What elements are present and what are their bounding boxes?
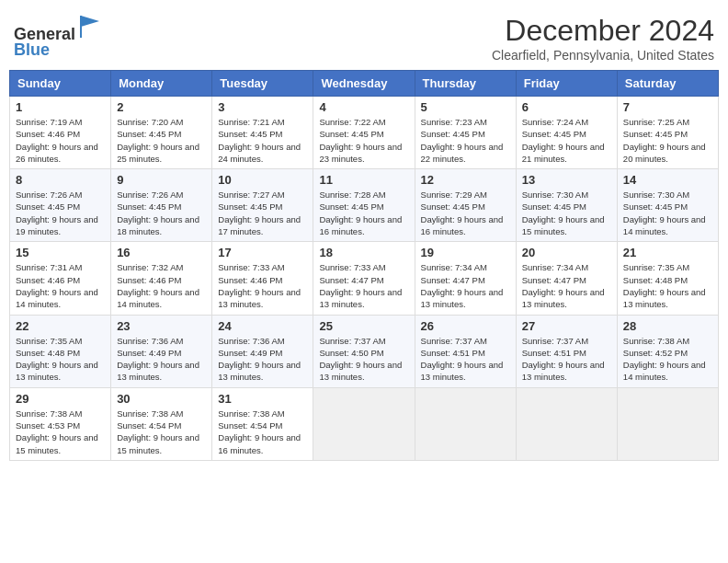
col-header-saturday: Saturday: [617, 71, 718, 97]
calendar-cell: 21Sunrise: 7:35 AMSunset: 4:48 PMDayligh…: [617, 242, 718, 315]
calendar-cell: 12Sunrise: 7:29 AMSunset: 4:45 PMDayligh…: [415, 169, 516, 242]
day-info: Sunrise: 7:37 AMSunset: 4:51 PMDaylight:…: [522, 335, 611, 384]
calendar-cell: 31Sunrise: 7:38 AMSunset: 4:54 PMDayligh…: [212, 387, 313, 460]
calendar-cell: [516, 387, 617, 460]
day-info: Sunrise: 7:35 AMSunset: 4:48 PMDaylight:…: [16, 335, 105, 384]
calendar-cell: 11Sunrise: 7:28 AMSunset: 4:45 PMDayligh…: [313, 169, 415, 242]
col-header-wednesday: Wednesday: [313, 71, 415, 97]
calendar-cell: 24Sunrise: 7:36 AMSunset: 4:49 PMDayligh…: [212, 315, 313, 387]
day-number: 2: [117, 100, 206, 114]
day-info: Sunrise: 7:22 AMSunset: 4:45 PMDaylight:…: [319, 116, 408, 165]
calendar-cell: 10Sunrise: 7:27 AMSunset: 4:45 PMDayligh…: [212, 169, 313, 242]
calendar-header-row: SundayMondayTuesdayWednesdayThursdayFrid…: [10, 71, 719, 97]
day-info: Sunrise: 7:26 AMSunset: 4:45 PMDaylight:…: [16, 189, 105, 237]
day-info: Sunrise: 7:34 AMSunset: 4:47 PMDaylight:…: [522, 261, 611, 310]
calendar-cell: 3Sunrise: 7:21 AMSunset: 4:45 PMDaylight…: [212, 97, 313, 169]
day-info: Sunrise: 7:37 AMSunset: 4:50 PMDaylight:…: [319, 335, 408, 384]
day-info: Sunrise: 7:24 AMSunset: 4:45 PMDaylight:…: [522, 116, 611, 165]
calendar-cell: [313, 387, 415, 460]
day-info: Sunrise: 7:27 AMSunset: 4:45 PMDaylight:…: [218, 189, 307, 237]
day-number: 3: [218, 100, 307, 114]
day-info: Sunrise: 7:28 AMSunset: 4:45 PMDaylight:…: [319, 189, 408, 237]
day-number: 31: [218, 392, 307, 406]
calendar-cell: 19Sunrise: 7:34 AMSunset: 4:47 PMDayligh…: [415, 242, 516, 315]
day-number: 28: [623, 319, 712, 333]
day-number: 26: [421, 319, 510, 333]
day-info: Sunrise: 7:38 AMSunset: 4:54 PMDaylight:…: [117, 408, 206, 456]
calendar-cell: 7Sunrise: 7:25 AMSunset: 4:45 PMDaylight…: [617, 97, 718, 169]
day-number: 1: [16, 100, 105, 114]
day-number: 24: [218, 319, 307, 333]
calendar-week-row: 1Sunrise: 7:19 AMSunset: 4:46 PMDaylight…: [10, 97, 719, 169]
day-info: Sunrise: 7:33 AMSunset: 4:47 PMDaylight:…: [319, 261, 408, 310]
calendar-week-row: 29Sunrise: 7:38 AMSunset: 4:53 PMDayligh…: [10, 387, 719, 460]
calendar-cell: 14Sunrise: 7:30 AMSunset: 4:45 PMDayligh…: [617, 169, 718, 242]
day-number: 30: [117, 392, 206, 406]
day-info: Sunrise: 7:31 AMSunset: 4:46 PMDaylight:…: [16, 261, 105, 310]
calendar-week-row: 22Sunrise: 7:35 AMSunset: 4:48 PMDayligh…: [10, 315, 719, 387]
month-title: December 2024: [492, 14, 714, 48]
calendar-cell: 13Sunrise: 7:30 AMSunset: 4:45 PMDayligh…: [516, 169, 617, 242]
day-number: 19: [421, 246, 510, 259]
day-info: Sunrise: 7:36 AMSunset: 4:49 PMDaylight:…: [117, 335, 206, 384]
day-number: 9: [117, 173, 206, 187]
calendar-cell: 17Sunrise: 7:33 AMSunset: 4:46 PMDayligh…: [212, 242, 313, 315]
calendar-cell: 2Sunrise: 7:20 AMSunset: 4:45 PMDaylight…: [111, 97, 212, 169]
calendar-cell: 9Sunrise: 7:26 AMSunset: 4:45 PMDaylight…: [111, 169, 212, 242]
calendar-week-row: 15Sunrise: 7:31 AMSunset: 4:46 PMDayligh…: [10, 242, 719, 315]
calendar-cell: [617, 387, 718, 460]
day-info: Sunrise: 7:23 AMSunset: 4:45 PMDaylight:…: [421, 116, 510, 165]
calendar-cell: 15Sunrise: 7:31 AMSunset: 4:46 PMDayligh…: [10, 242, 111, 315]
calendar-cell: [415, 387, 516, 460]
col-header-friday: Friday: [516, 71, 617, 97]
calendar-cell: 16Sunrise: 7:32 AMSunset: 4:46 PMDayligh…: [111, 242, 212, 315]
calendar-cell: 30Sunrise: 7:38 AMSunset: 4:54 PMDayligh…: [111, 387, 212, 460]
day-number: 15: [16, 246, 105, 259]
calendar-table: SundayMondayTuesdayWednesdayThursdayFrid…: [9, 70, 719, 461]
day-number: 10: [218, 173, 307, 187]
day-number: 18: [319, 246, 408, 259]
calendar-cell: 25Sunrise: 7:37 AMSunset: 4:50 PMDayligh…: [313, 315, 415, 387]
day-number: 14: [623, 173, 712, 187]
calendar-cell: 23Sunrise: 7:36 AMSunset: 4:49 PMDayligh…: [111, 315, 212, 387]
location-subtitle: Clearfield, Pennsylvania, United States: [492, 48, 714, 63]
day-number: 16: [117, 246, 206, 259]
day-number: 17: [218, 246, 307, 259]
day-info: Sunrise: 7:34 AMSunset: 4:47 PMDaylight:…: [421, 261, 510, 310]
calendar-week-row: 8Sunrise: 7:26 AMSunset: 4:45 PMDaylight…: [10, 169, 719, 242]
day-number: 8: [16, 173, 105, 187]
day-info: Sunrise: 7:30 AMSunset: 4:45 PMDaylight:…: [623, 189, 712, 237]
day-number: 20: [522, 246, 611, 259]
day-info: Sunrise: 7:25 AMSunset: 4:45 PMDaylight:…: [623, 116, 712, 165]
col-header-tuesday: Tuesday: [212, 71, 313, 97]
calendar-cell: 6Sunrise: 7:24 AMSunset: 4:45 PMDaylight…: [516, 97, 617, 169]
calendar-cell: 20Sunrise: 7:34 AMSunset: 4:47 PMDayligh…: [516, 242, 617, 315]
day-number: 22: [16, 319, 105, 333]
day-info: Sunrise: 7:38 AMSunset: 4:54 PMDaylight:…: [218, 408, 307, 456]
page-header: General Blue December 2024 Clearfield, P…: [9, 9, 719, 63]
logo: General Blue: [14, 14, 103, 60]
day-number: 12: [421, 173, 510, 187]
day-number: 6: [522, 100, 611, 114]
day-number: 13: [522, 173, 611, 187]
calendar-cell: 5Sunrise: 7:23 AMSunset: 4:45 PMDaylight…: [415, 97, 516, 169]
day-number: 11: [319, 173, 408, 187]
day-info: Sunrise: 7:38 AMSunset: 4:52 PMDaylight:…: [623, 335, 712, 384]
calendar-cell: 22Sunrise: 7:35 AMSunset: 4:48 PMDayligh…: [10, 315, 111, 387]
day-info: Sunrise: 7:36 AMSunset: 4:49 PMDaylight:…: [218, 335, 307, 384]
col-header-monday: Monday: [111, 71, 212, 97]
day-number: 25: [319, 319, 408, 333]
calendar-cell: 18Sunrise: 7:33 AMSunset: 4:47 PMDayligh…: [313, 242, 415, 315]
calendar-cell: 27Sunrise: 7:37 AMSunset: 4:51 PMDayligh…: [516, 315, 617, 387]
day-number: 23: [117, 319, 206, 333]
day-info: Sunrise: 7:19 AMSunset: 4:46 PMDaylight:…: [16, 116, 105, 165]
day-info: Sunrise: 7:38 AMSunset: 4:53 PMDaylight:…: [16, 408, 105, 456]
calendar-cell: 4Sunrise: 7:22 AMSunset: 4:45 PMDaylight…: [313, 97, 415, 169]
title-block: December 2024 Clearfield, Pennsylvania, …: [492, 14, 714, 63]
day-number: 5: [421, 100, 510, 114]
day-info: Sunrise: 7:30 AMSunset: 4:45 PMDaylight:…: [522, 189, 611, 237]
day-number: 29: [16, 392, 105, 406]
day-info: Sunrise: 7:37 AMSunset: 4:51 PMDaylight:…: [421, 335, 510, 384]
calendar-cell: 26Sunrise: 7:37 AMSunset: 4:51 PMDayligh…: [415, 315, 516, 387]
svg-marker-0: [81, 16, 99, 27]
